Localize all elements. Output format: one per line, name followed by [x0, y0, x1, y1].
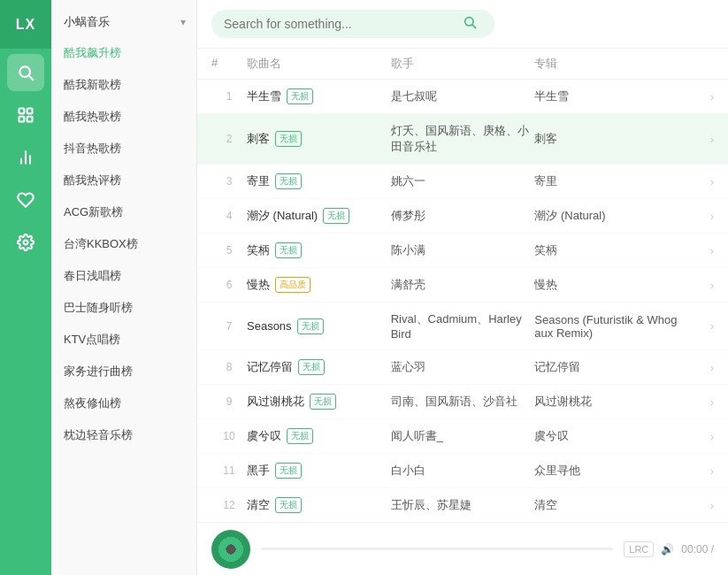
song-badge: 无损	[297, 318, 324, 334]
svg-rect-5	[27, 117, 33, 122]
sidebar-item-11[interactable]: 熬夜修仙榜	[51, 387, 196, 419]
song-name: 虞兮叹	[247, 428, 281, 444]
sidebar-item-5[interactable]: ACG新歌榜	[51, 196, 196, 228]
artist-cell: 王忻辰、苏星婕	[391, 497, 535, 513]
song-name: 笑柄	[247, 242, 270, 258]
song-badge: 无损	[275, 463, 302, 479]
song-name: 清空	[247, 497, 270, 513]
song-title-cell: 半生雪 无损	[247, 88, 391, 104]
song-title-cell: 潮汐 (Natural) 无损	[247, 208, 391, 224]
table-row[interactable]: 4 潮汐 (Natural) 无损 傅梦彤 潮汐 (Natural) ›	[197, 199, 728, 234]
sidebar-item-2[interactable]: 酷我热歌榜	[51, 101, 196, 133]
sidebar-item-6[interactable]: 台湾KKBOX榜	[51, 228, 196, 260]
progress-bar[interactable]	[261, 548, 613, 550]
sidebar-item-9[interactable]: KTV点唱榜	[51, 324, 196, 356]
more-button[interactable]: ›	[678, 279, 714, 292]
search-input[interactable]	[224, 17, 463, 31]
sidebar-item-10[interactable]: 家务进行曲榜	[51, 356, 196, 387]
song-title-cell: 清空 无损	[247, 497, 391, 513]
table-row[interactable]: 2 刺客 无损 灯夭、国风新语、庚格、小田音乐社 刺客 ›	[197, 114, 728, 165]
song-name: 寄里	[247, 173, 270, 189]
sidebar-item-4[interactable]: 酷我热评榜	[51, 165, 196, 196]
table-row[interactable]: 10 虞兮叹 无损 闻人听書_ 虞兮叹 ›	[197, 419, 728, 454]
song-name: 潮汐 (Natural)	[247, 208, 318, 224]
row-number: 12	[211, 499, 247, 511]
table-row[interactable]: 1 半生雪 无损 是七叔呢 半生雪 ›	[197, 80, 728, 114]
more-button[interactable]: ›	[678, 430, 714, 443]
sidebar-header: 小蜗音乐 ▾	[51, 0, 196, 37]
song-badge: 无损	[275, 173, 302, 189]
more-button[interactable]: ›	[678, 361, 714, 374]
nav-charts[interactable]	[7, 139, 44, 176]
icon-sidebar: LX	[0, 0, 51, 575]
chevron-down-icon[interactable]: ▾	[180, 16, 186, 28]
top-bar	[197, 0, 728, 49]
album-cell: 半生雪	[534, 88, 678, 104]
artist-cell: 姚六一	[391, 173, 535, 189]
song-name: 刺客	[247, 131, 270, 147]
sidebar-item-1[interactable]: 酷我新歌榜	[51, 69, 196, 101]
table-row[interactable]: 6 慢热 高品质 满舒壳 慢热 ›	[197, 268, 728, 303]
song-name: Seasons	[247, 319, 292, 333]
col-title: 歌曲名	[247, 56, 391, 72]
main-content: # 歌曲名 歌手 专辑 1 半生雪 无损 是七叔呢 半生雪 › 2 刺客 无损 …	[197, 0, 728, 575]
row-number: 2	[211, 133, 247, 145]
sidebar-item-3[interactable]: 抖音热歌榜	[51, 133, 196, 165]
more-button[interactable]: ›	[678, 133, 714, 146]
sidebar-item-0[interactable]: 酷我飙升榜	[51, 37, 196, 69]
table-row[interactable]: 12 清空 无损 王忻辰、苏星婕 清空 ›	[197, 488, 728, 522]
song-title-cell: Seasons 无损	[247, 318, 391, 334]
svg-line-11	[472, 25, 476, 28]
more-button[interactable]: ›	[678, 210, 714, 223]
table-row[interactable]: 9 风过谢桃花 无损 司南、国风新语、沙音社 风过谢桃花 ›	[197, 385, 728, 419]
search-icon[interactable]	[463, 15, 477, 33]
album-cell: 慢热	[534, 277, 678, 293]
album-cell: 寄里	[534, 173, 678, 189]
album-cell: 众里寻他	[534, 463, 678, 479]
more-button[interactable]: ›	[678, 395, 714, 409]
more-button[interactable]: ›	[678, 464, 714, 478]
more-button[interactable]: ›	[678, 244, 714, 257]
more-button[interactable]: ›	[678, 90, 714, 104]
album-cell: 潮汐 (Natural)	[534, 208, 678, 224]
sidebar-item-12[interactable]: 枕边轻音乐榜	[51, 419, 196, 451]
song-name: 半生雪	[247, 88, 281, 104]
album-cell: 风过谢桃花	[534, 394, 678, 410]
song-title-cell: 笑柄 无损	[247, 242, 391, 258]
sidebar-item-7[interactable]: 春日浅唱榜	[51, 260, 196, 292]
table-row[interactable]: 8 记忆停留 无损 蓝心羽 记忆停留 ›	[197, 350, 728, 385]
row-number: 11	[211, 464, 247, 477]
table-row[interactable]: 5 笑柄 无损 陈小满 笑柄 ›	[197, 234, 728, 268]
nav-settings[interactable]	[7, 224, 44, 261]
sidebar-item-8[interactable]: 巴士随身听榜	[51, 292, 196, 324]
table-row[interactable]: 7 Seasons 无损 Rival、Cadmium、Harley Bird S…	[197, 303, 728, 350]
album-cell: 清空	[534, 497, 678, 513]
more-button[interactable]: ›	[678, 499, 714, 512]
song-title-cell: 虞兮叹 无损	[247, 428, 391, 444]
artist-cell: 陈小满	[391, 242, 535, 258]
volume-icon[interactable]: 🔊	[661, 543, 674, 556]
table-row[interactable]: 11 黑手 无损 白小白 众里寻他 ›	[197, 454, 728, 488]
svg-line-1	[29, 76, 34, 80]
row-number: 7	[211, 320, 247, 333]
svg-rect-3	[27, 109, 33, 114]
bottom-player: LRC 🔊 00:00 /	[197, 522, 728, 575]
nav-library[interactable]	[7, 96, 44, 134]
row-number: 5	[211, 244, 247, 257]
album-cell: 记忆停留	[534, 359, 678, 375]
playlist-sidebar: 小蜗音乐 ▾ 酷我飙升榜酷我新歌榜酷我热歌榜抖音热歌榜酷我热评榜ACG新歌榜台湾…	[51, 0, 197, 575]
more-button[interactable]: ›	[678, 319, 714, 333]
album-cell: 笑柄	[534, 242, 678, 258]
lrc-button[interactable]: LRC	[624, 541, 654, 557]
song-name: 慢热	[247, 277, 270, 293]
player-info	[261, 548, 613, 550]
table-row[interactable]: 3 寄里 无损 姚六一 寄里 ›	[197, 165, 728, 199]
song-title-cell: 黑手 无损	[247, 463, 391, 479]
col-artist: 歌手	[391, 56, 535, 72]
nav-search[interactable]	[7, 54, 44, 91]
song-name: 记忆停留	[247, 359, 293, 375]
time-display: 00:00 /	[681, 543, 714, 556]
nav-favorites[interactable]	[7, 181, 44, 218]
search-box[interactable]	[211, 10, 494, 38]
more-button[interactable]: ›	[678, 175, 714, 188]
